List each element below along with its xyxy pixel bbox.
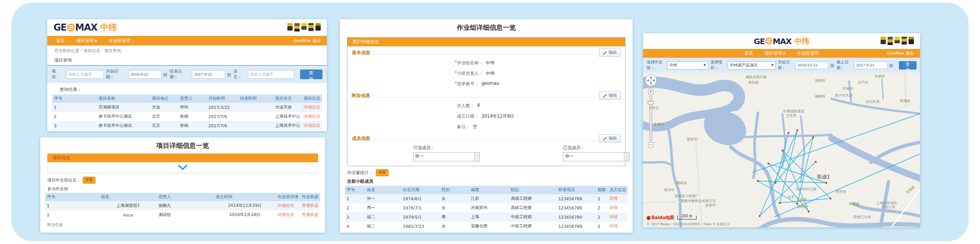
map-place-label: 金星村 [654, 122, 664, 127]
panel-project-query: GE MAX 中纬 首页 项目管理▼ 作业组管理 GeoMax 退出 您当前的位… [47, 19, 327, 131]
project-keyword-input[interactable] [66, 70, 104, 79]
member-detail-link[interactable]: 详情 [608, 194, 628, 203]
controller-icon [895, 37, 900, 43]
table-row: 1 上海测量组1 侯晓凡 2014年11月29日 详细信息 查看轨迹 [45, 201, 320, 210]
box-header: 用户详细信息 [347, 38, 625, 46]
calendar-icon[interactable]: ▦ [889, 63, 893, 68]
nav-item-groups[interactable]: 作业组管理 [797, 50, 819, 56]
controller-icon [301, 23, 307, 30]
logout-link[interactable]: GeoMax 退出 [887, 51, 914, 56]
collapse-toggle[interactable] [47, 162, 318, 173]
map-place-label: 西塘江大桥 [853, 215, 871, 220]
start-date-input[interactable] [795, 62, 828, 69]
logo-text-max: MAX [75, 22, 97, 33]
field-row: * 登录账号： geomax [347, 79, 625, 89]
dotted-divider [373, 94, 596, 98]
nav-item-groups[interactable]: 作业组管理 [108, 38, 130, 44]
breadcrumb: 您当前的位置：项目信息 - 项目查询 [47, 45, 327, 55]
project-detail-link[interactable]: 详细信息 [302, 121, 322, 130]
map-place-label: 西户湾大桥 [835, 93, 853, 98]
nav-item-projects[interactable]: 项目管理▼ [76, 38, 97, 44]
map-attribution: © 2017 Baidu - GS(2016)2089号 - Data © 长地… [647, 222, 730, 227]
chevron-down-icon: ▼ [771, 63, 773, 67]
total-station-icon [888, 37, 893, 45]
logo-text-max: MAX [773, 37, 792, 46]
edit-extra-button[interactable]: 编辑 [599, 91, 621, 100]
map-place-label: 史家圩 [705, 203, 716, 208]
edit-members-button[interactable]: 编辑 [599, 134, 621, 143]
start-date-label: 开始日期： [106, 69, 126, 80]
view-stats-button[interactable]: 查看 [376, 169, 389, 176]
search-button[interactable]: 查询 [300, 70, 322, 79]
available-members-group: 可选成员： 张一 - [413, 145, 480, 161]
workload-stats-line: 作业量统计： 查看 [340, 166, 633, 177]
project-detail-link[interactable]: 详细信息 [302, 103, 322, 112]
edit-basic-button[interactable]: 编辑 [599, 49, 621, 57]
calendar-icon[interactable]: ▦ [226, 72, 231, 77]
calendar-icon[interactable]: ▦ [830, 63, 834, 68]
scrollbar[interactable]: - [474, 153, 479, 161]
column-header: 负责人 [157, 193, 214, 201]
owner-label: 业主： [234, 69, 246, 80]
member-detail-link[interactable]: 详情 [608, 213, 628, 222]
logo-text-ge: GE [754, 37, 765, 46]
nav-item-home[interactable]: 首页 [56, 38, 65, 44]
table-row: 4 钱二 1981/7/23 女 安徽合肥 中级工程师 123456789 2 … [345, 222, 628, 231]
member-detail-link[interactable]: 详情 [608, 203, 628, 213]
view-track-link[interactable]: 查看轨迹 [300, 210, 320, 220]
groups-info-line: 项目作业组信息： 查看 [40, 175, 325, 185]
map-place-label: 小张王 [648, 105, 659, 110]
column-header: 项目名称 [97, 94, 150, 103]
project-info-section-header[interactable]: 项目信息 [47, 153, 318, 162]
main-nav: 首页 项目管理▼ 作业组管理 GeoMax 退出 [643, 49, 920, 58]
member-detail-link[interactable]: 详情 [608, 222, 628, 231]
selected-members-listbox[interactable]: 孙一 - [563, 152, 630, 161]
equipment-icons [881, 37, 914, 45]
table-row: 4 北京办公室 北京 leica 2017/7/11 leica 详细信息 [52, 130, 322, 131]
nav-item-projects[interactable]: 项目管理▼ [764, 50, 785, 56]
view-track-link[interactable]: 查看轨迹 [300, 201, 320, 210]
map-place-label: 祥和路 [849, 202, 860, 206]
project-select[interactable]: 中纬新产品演示 ▼ [728, 61, 775, 70]
available-members-listbox[interactable]: 张一 - [413, 152, 480, 161]
group-detail-link[interactable]: 详细信息 [276, 201, 300, 210]
gnss-receiver-icon [881, 37, 886, 44]
view-groups-button[interactable]: 查看 [83, 177, 96, 184]
owner-keyword-input[interactable] [248, 70, 294, 79]
end-date-label: 结束日期： [170, 69, 190, 80]
end-date-input[interactable] [192, 70, 225, 79]
start-date-label: 开始日期： [778, 59, 793, 71]
extra-fields: 总人数： 4 成立日期： 2014年12月9日 备注： 空 [347, 101, 625, 132]
column-header: 作业组详情 [276, 193, 300, 201]
user-detail-box: 用户详细信息 基本信息 编辑 * 作业组名称： 中纬 [347, 37, 626, 166]
chevron-down-icon: ▼ [783, 52, 785, 56]
search-button[interactable]: 查询 [899, 61, 916, 70]
column-header: 出生日期 [401, 186, 440, 194]
total-station-icon [294, 23, 300, 31]
nav-item-home[interactable]: 首页 [744, 50, 753, 56]
map-place-label: 顾家浜 [676, 181, 687, 185]
table-header-row: 序号姓名出生日期性别籍贯职位联系电话权限员工信息 [345, 186, 628, 194]
member-select-row: 可选成员： 张一 - 已选成员： 孙一 - [347, 143, 625, 166]
project-detail-link[interactable]: 详细信息 [302, 112, 322, 121]
group-detail-link[interactable]: 详细信息 [276, 210, 300, 220]
start-date-input[interactable] [128, 70, 162, 79]
logout-link[interactable]: GeoMax 退出 [294, 38, 321, 44]
pencil-icon [603, 94, 607, 98]
app-header: GE MAX 中纬 [47, 19, 327, 36]
section-basic-info: 基本信息 编辑 [347, 46, 625, 58]
group-select[interactable]: 中纬 ▼ [667, 61, 708, 70]
field-row: * 小组负责人： 中纬 [347, 68, 625, 79]
page-title: 项目详细信息一览 [40, 137, 325, 153]
project-detail-link[interactable]: 详细信息 [302, 130, 322, 131]
calendar-icon[interactable]: ▦ [163, 72, 167, 77]
end-date-input[interactable] [854, 62, 888, 69]
scrollbar[interactable]: - [624, 153, 629, 161]
column-header: 序号 [45, 193, 99, 201]
panel-track-map: GE MAX 中纬 首页 项目管理▼ 作业组管理 GeoMax 退出 选择作业组… [643, 33, 920, 227]
footer-note: 附加信息 [40, 220, 325, 230]
chevron-down-icon: ▼ [95, 39, 97, 43]
results-label: 查询结果： [47, 83, 327, 94]
column-header: 项目信息 [302, 94, 322, 103]
baidu-map[interactable]: 南新港西大桥德兴路加桥村马桥村水产村叶春村西户湾大桥杨树路金社民桥徐潮路叶榭镇敬… [643, 73, 920, 227]
